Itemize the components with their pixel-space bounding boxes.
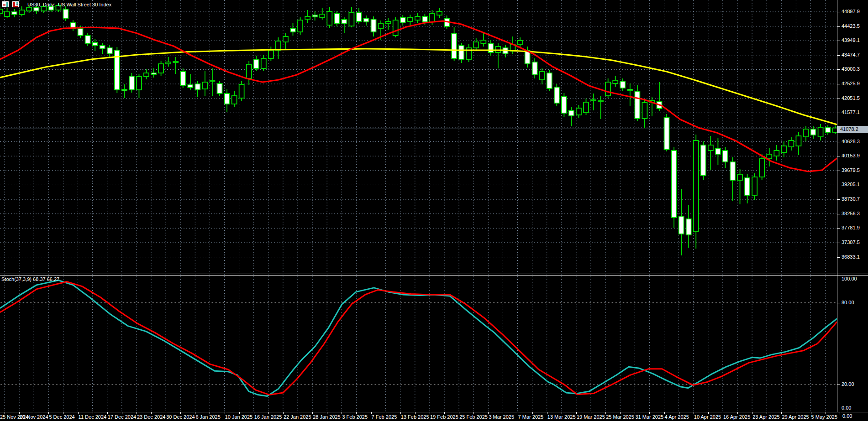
time-axis-tick: [649, 412, 650, 414]
candle-body: [400, 17, 405, 23]
price-axis-label: 42051.5: [842, 95, 860, 101]
grid-lines: [0, 0, 837, 412]
price-axis-tick: [837, 41, 840, 41]
candle-body: [247, 64, 252, 78]
candle-body: [137, 77, 142, 90]
price-axis-tick: [837, 84, 840, 84]
candle-body: [473, 42, 479, 48]
candle-body: [627, 89, 632, 90]
candle-body: [254, 59, 259, 68]
candle-body: [202, 82, 207, 89]
time-axis-tick: [796, 412, 796, 414]
price-axis-tick: [837, 243, 840, 243]
chart-type-icon: [12, 1, 19, 7]
candle-body: [78, 29, 83, 36]
time-axis-tick: [312, 412, 313, 414]
time-axis-label: 19 Mar 2025: [577, 414, 605, 420]
candle-body: [481, 40, 486, 43]
price-axis-label: 39679.5: [842, 167, 860, 173]
candle-body: [100, 46, 105, 49]
time-axis-label: 25 Mar 2025: [606, 414, 634, 420]
stoch-axis-label: 80.00: [842, 300, 854, 305]
candle-body: [789, 140, 794, 147]
time-axis-tick: [576, 412, 577, 414]
time-axis-tick: [180, 412, 181, 414]
candle-body: [488, 43, 493, 52]
candle-body: [349, 12, 354, 26]
time-axis-label: 7 Feb 2025: [372, 414, 397, 420]
candle-body: [781, 146, 786, 152]
candle-body: [576, 108, 581, 115]
time-axis-label: 10 Apr 2025: [694, 414, 721, 420]
candle-body: [694, 140, 699, 232]
candle-body: [437, 11, 442, 15]
candle-body: [430, 14, 435, 22]
price-axis-label: 40628.3: [842, 139, 860, 144]
time-axis-label: 5 May 2025: [811, 414, 837, 420]
time-axis-tick: [298, 412, 298, 414]
time-axis-tick: [137, 412, 137, 414]
stoch-axis-label: 0.00: [842, 405, 851, 411]
candle-body: [334, 14, 339, 24]
candle-body: [107, 48, 112, 54]
time-axis[interactable]: 25 Nov 202429 Nov 20245 Dec 202411 Dec 2…: [0, 412, 868, 421]
candle-body: [129, 76, 134, 90]
time-axis-tick: [430, 412, 430, 414]
candle-body: [730, 162, 735, 180]
time-axis-tick: [5, 412, 5, 414]
price-axis-label: 38256.3: [842, 211, 860, 216]
time-axis-tick: [386, 412, 386, 414]
candle-body: [386, 21, 391, 24]
candle-body: [63, 9, 68, 18]
price-axis-label: 39205.1: [842, 182, 860, 187]
time-axis-tick: [444, 412, 445, 414]
candle-body: [327, 11, 332, 25]
time-axis-tick: [737, 412, 738, 414]
chart-canvas[interactable]: [0, 0, 868, 421]
stoch-axis-label: 100.00: [842, 276, 857, 281]
candle-body: [701, 145, 706, 176]
price-axis-tick: [837, 113, 840, 113]
candle-body: [569, 110, 574, 116]
candle-body: [144, 73, 149, 77]
candle-body: [532, 62, 537, 75]
panel-divider-top[interactable]: [0, 274, 868, 274]
candle-body: [774, 151, 779, 156]
time-axis-tick: [811, 412, 811, 414]
candle-body: [151, 73, 156, 74]
time-axis-tick: [708, 412, 709, 414]
time-axis-label: 23 Apr 2025: [752, 414, 779, 420]
candle-body: [356, 13, 361, 21]
candle-body: [195, 84, 200, 90]
time-axis-tick: [694, 412, 694, 414]
candle-body: [818, 127, 823, 137]
candle-body: [613, 80, 618, 83]
candle-body: [598, 101, 603, 101]
account-list-icon[interactable]: [2, 1, 9, 7]
candle-body: [635, 91, 640, 119]
price-axis-tick: [837, 156, 840, 156]
candle-body: [312, 15, 317, 17]
time-axis-label: 25 Feb 2025: [459, 414, 488, 420]
candle-body: [320, 14, 325, 17]
candle-body: [34, 7, 39, 11]
candle-body: [540, 72, 545, 80]
price-axis-tick: [837, 55, 840, 56]
time-axis-label: 22 Jan 2025: [284, 414, 311, 420]
price-axis-label: 37781.9: [842, 225, 860, 230]
panel-divider-bottom[interactable]: [0, 275, 868, 275]
candle-body: [0, 9, 2, 14]
time-axis-tick: [400, 412, 401, 414]
time-axis-label: 30 Dec 2024: [166, 414, 195, 420]
time-axis-tick: [63, 412, 63, 414]
time-axis-tick: [605, 412, 606, 414]
time-axis-label: 16 Apr 2025: [723, 414, 750, 420]
current-price-box[interactable]: 41078.2: [837, 126, 868, 133]
candle-body: [232, 96, 237, 104]
price-axis-label: 38730.7: [842, 196, 860, 202]
time-axis-tick: [34, 412, 34, 414]
price-axis-label: 43949.1: [842, 37, 860, 43]
time-axis-tick: [664, 412, 665, 414]
time-axis-label: 3 Feb 2025: [342, 414, 368, 420]
candle-body: [708, 145, 713, 151]
